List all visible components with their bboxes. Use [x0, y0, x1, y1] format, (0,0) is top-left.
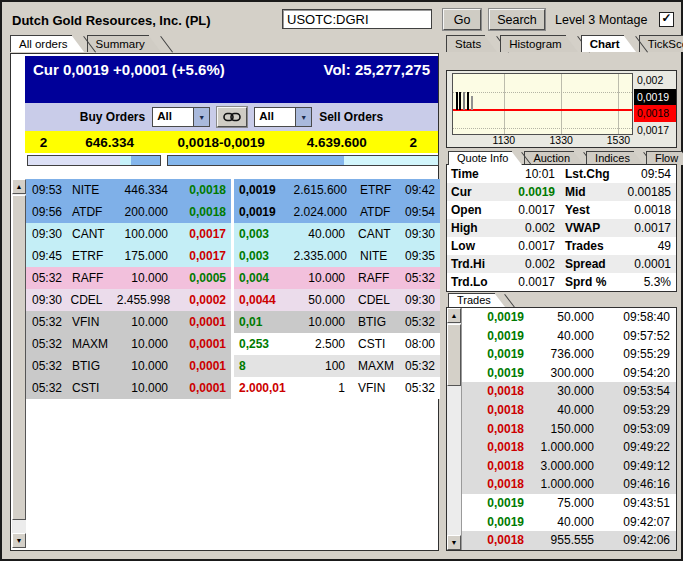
trade-size: 3.000.000	[524, 457, 594, 476]
trade-row[interactable]: 0,00181.000.00009:49:22	[462, 438, 676, 457]
bid-row[interactable]: 05:32RAFF10.0000,0005	[25, 267, 231, 289]
go-button[interactable]: Go	[443, 9, 481, 30]
ask-time: 08:00	[393, 333, 440, 355]
bid-row[interactable]: 09:53NITE446.3340,0018	[25, 179, 231, 201]
bid-row[interactable]: 09:45ETRF175.0000,0017	[25, 245, 231, 267]
level3-montage-window: Dutch Gold Resources, Inc. (PL) Go Searc…	[0, 0, 683, 561]
tab-label: Flow	[655, 152, 678, 164]
ask-row[interactable]: 8100MAXM05:32	[234, 355, 440, 377]
quote-label: Mid	[555, 183, 619, 201]
bid-row[interactable]: 09:30CDEL2.455.9980,0002	[25, 289, 231, 311]
pressure-segment	[28, 156, 120, 165]
symbol-input[interactable]	[282, 9, 432, 29]
trade-row[interactable]: 0,001940.00009:57:52	[462, 327, 676, 346]
quote-row: Low0.0017Trades49	[447, 237, 676, 255]
bid-row[interactable]: 09:56ATDF200.0000,0018	[25, 201, 231, 223]
scroll-up-icon[interactable]: ▲	[12, 179, 26, 194]
trade-size: 40.000	[524, 327, 594, 346]
trade-row[interactable]: 0,0018955.55509:42:06	[462, 531, 676, 550]
inside-quote-strip: 2 646.334 0,0018-0,0019 4.639.600 2	[25, 131, 438, 153]
bid-row[interactable]: 05:32MAXM10.0000,0001	[25, 333, 231, 355]
bid-row[interactable]: 05:32CSTI10.0000,0001	[25, 377, 231, 399]
quote-label: Low	[447, 237, 497, 255]
ask-row[interactable]: 0,00192.024.000ATDF09:54	[234, 201, 440, 223]
scroll-down-icon[interactable]: ▼	[12, 533, 26, 548]
ask-time: 09:35	[394, 245, 440, 267]
trade-row[interactable]: 0,001975.00009:43:51	[462, 494, 676, 513]
ask-row[interactable]: 0,2532.500CSTI08:00	[234, 333, 440, 355]
trade-row[interactable]: 0,00181.000.00009:46:16	[462, 475, 676, 494]
quote-value: 0.0017	[497, 201, 555, 219]
bid-size: 2.455.998	[117, 289, 170, 311]
tab-stats[interactable]: Stats	[446, 35, 485, 52]
trade-row[interactable]: 0,00183.000.00009:49:12	[462, 457, 676, 476]
ask-time: 09:30	[393, 223, 440, 245]
buy-filter-select[interactable]: All ▼	[152, 107, 210, 127]
price-tick-bar	[471, 96, 473, 110]
tab-histogram[interactable]: Histogram	[500, 35, 565, 52]
ask-row[interactable]: 0,00410.000RAFF05:32	[234, 267, 440, 289]
tab-summary[interactable]: Summary	[87, 35, 149, 52]
order-book-row: 05:32MAXM10.0000,00010,2532.500CSTI08:00	[25, 333, 440, 355]
sell-filter-value: All	[255, 108, 295, 126]
trade-row[interactable]: 0,0018150.00009:53:09	[462, 420, 676, 439]
bid-time: 05:32	[25, 377, 72, 399]
ask-row[interactable]: 0,0110.000BTIG05:32	[234, 311, 440, 333]
price-chart-plot	[452, 73, 633, 135]
trade-price: 0,0018	[462, 531, 524, 550]
ask-row[interactable]: 0,004450.000CDEL09:30	[234, 289, 440, 311]
tab-trades[interactable]: Trades	[448, 293, 495, 307]
ask-total-size: 4.639.600	[285, 135, 388, 150]
chevron-down-icon[interactable]: ▼	[295, 108, 311, 126]
bid-market-maker: CDEL	[71, 289, 117, 311]
check-icon: ✓	[660, 12, 673, 24]
trade-row[interactable]: 0,001950.00009:58:40	[462, 308, 676, 327]
tab-chart[interactable]: Chart	[581, 35, 624, 52]
scrollbar-thumb[interactable]	[447, 324, 461, 386]
trades-scrollbar[interactable]: ▲ ▼	[447, 308, 462, 550]
ask-row[interactable]: 0,00192.615.600ETRF09:42	[234, 179, 440, 201]
trade-size: 1.000.000	[524, 475, 594, 494]
tab-auction[interactable]: Auction	[524, 151, 574, 165]
tab-all-orders[interactable]: All orders	[10, 35, 72, 52]
bid-row[interactable]: 05:32VFIN10.0000,0001	[25, 311, 231, 333]
tab-flow[interactable]: Flow	[646, 151, 682, 165]
trade-price: 0,0018	[462, 382, 524, 401]
search-button[interactable]: Search	[489, 9, 545, 30]
trade-row[interactable]: 0,0019736.00009:55:29	[462, 345, 676, 364]
ask-row[interactable]: 2.000,011VFIN05:32	[234, 377, 440, 399]
trade-row[interactable]: 0,001830.00009:53:54	[462, 382, 676, 401]
ask-row[interactable]: 0,00340.000CANT09:30	[234, 223, 440, 245]
scroll-up-icon[interactable]: ▲	[447, 308, 461, 323]
ask-size: 2.615.600	[294, 179, 347, 201]
quote-label: Trd.Lo	[447, 273, 497, 291]
scrollbar-thumb[interactable]	[12, 195, 26, 520]
level3-checkbox[interactable]: ✓	[659, 12, 674, 27]
sell-filter-select[interactable]: All ▼	[254, 107, 312, 127]
quote-label: Lst.Chg	[555, 165, 619, 183]
quote-value: 49	[619, 237, 676, 255]
ask-mm-count: 2	[388, 135, 438, 150]
order-book-scrollbar[interactable]: ▲ ▼	[12, 179, 26, 548]
ask-row[interactable]: 0,0032.335.000NITE09:35	[234, 245, 440, 267]
link-orders-button[interactable]	[217, 107, 247, 127]
pressure-segment	[168, 156, 344, 165]
trades-list: 0,001950.00009:58:400,001940.00009:57:52…	[462, 308, 676, 550]
bid-size: 10.000	[120, 377, 168, 399]
trade-row[interactable]: 0,0019300.00009:54:20	[462, 364, 676, 383]
quote-label: Trd.Hi	[447, 255, 497, 273]
trade-row[interactable]: 0,001940.00009:42:07	[462, 513, 676, 532]
trade-time: 09:53:29	[594, 401, 676, 420]
bid-row[interactable]: 09:30CANT100.0000,0017	[25, 223, 231, 245]
trade-row[interactable]: 0,001840.00009:53:29	[462, 401, 676, 420]
ask-market-maker: MAXM	[345, 355, 393, 377]
right-tab-bar: StatsHistogramChartTickScope	[446, 35, 683, 52]
tab-quote-info[interactable]: Quote Info	[448, 151, 512, 165]
tab-label: Histogram	[509, 38, 561, 50]
left-tab-bar: All ordersSummary	[10, 35, 164, 52]
trade-size: 30.000	[524, 382, 594, 401]
bid-row[interactable]: 05:32BTIG10.0000,0001	[25, 355, 231, 377]
tab-indices[interactable]: Indices	[586, 151, 634, 165]
chevron-down-icon[interactable]: ▼	[193, 108, 209, 126]
scroll-down-icon[interactable]: ▼	[447, 535, 461, 550]
